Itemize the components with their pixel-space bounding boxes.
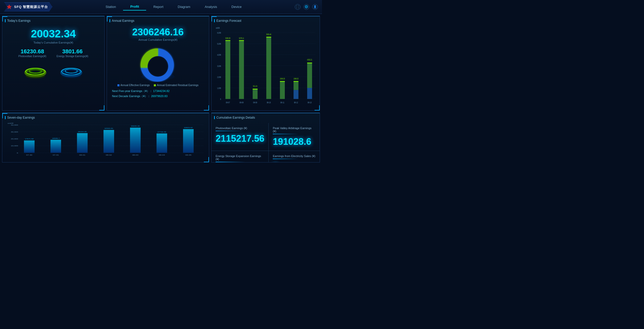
svg-text:08-08: 08-08: [239, 101, 244, 104]
nav-station[interactable]: Station: [98, 3, 123, 10]
svg-text:911.24: 911.24: [253, 85, 257, 87]
legend-effective: Annual Effective Earnings: [117, 84, 150, 87]
svg-text:unit/¥: unit/¥: [216, 27, 220, 29]
seven-day-earnings-panel: Seven-day Earnings unit/¥ 40,000 30,000 …: [2, 113, 209, 162]
nav-device[interactable]: Device: [224, 3, 249, 10]
svg-rect-59: [307, 88, 312, 99]
svg-text:5290.38: 5290.38: [225, 37, 230, 39]
svg-text:08-07: 08-07: [226, 101, 230, 104]
svg-rect-74: [24, 140, 34, 153]
cumulative-grid: Photovoltaic Earnings (¥) 2115217.56 Pea…: [212, 123, 320, 162]
cumulative-header: Cumulative Earnings Details: [212, 113, 320, 123]
svg-rect-80: [77, 133, 87, 153]
svg-text:08-05: 08-05: [185, 154, 192, 156]
svg-text:27730.45: 27730.45: [157, 131, 166, 132]
electricity-sales-label: Earnings from Electricity Sales (¥): [273, 155, 316, 158]
seven-day-title: Seven-day Earnings: [5, 116, 206, 119]
svg-text:08-04: 08-04: [159, 154, 165, 156]
svg-rect-46: [266, 37, 271, 37]
svg-text:2,000: 2,000: [217, 76, 221, 79]
svg-rect-37: [239, 40, 244, 99]
donut-chart: [109, 43, 206, 82]
svg-text:10,000: 10,000: [11, 145, 18, 147]
svg-text:08-12: 08-12: [294, 101, 298, 104]
earnings-forecast-title: Earnings Forecast: [214, 19, 317, 23]
svg-text:0: 0: [220, 98, 221, 101]
forecast-text: Next Five-year Earnings（¥）： 17344234.82 …: [109, 89, 206, 99]
svg-text:0: 0: [17, 152, 18, 154]
storage-earnings-today-label: Energy Storage Earnings(¥): [56, 55, 88, 58]
pv-earnings-today-label: Photovoltaic Earnings(¥): [18, 55, 46, 58]
svg-rect-92: [183, 129, 194, 153]
svg-text:5,000: 5,000: [217, 43, 221, 45]
svg-text:40,000: 40,000: [11, 124, 18, 126]
svg-text:4262.21: 4262.21: [307, 59, 312, 61]
svg-rect-60: [307, 63, 312, 63]
svg-text:28154.95: 28154.95: [78, 131, 87, 132]
svg-text:20,000: 20,000: [11, 138, 18, 140]
peak-valley-value: 191028.6: [273, 136, 316, 147]
svg-rect-50: [280, 81, 285, 82]
logo-area: SFQ 智慧能源云平台: [4, 2, 52, 12]
svg-text:4,000: 4,000: [217, 54, 221, 56]
svg-text:07-30: 07-30: [26, 154, 33, 156]
pv-earnings-today: 16230.68 Photovoltaic Earnings(¥): [18, 48, 46, 58]
svg-marker-0: [7, 5, 12, 9]
svg-text:1598.33: 1598.33: [294, 78, 299, 80]
cumulative-title: Cumulative Earnings Details: [214, 116, 317, 119]
sfq-logo-icon: [6, 4, 12, 10]
svg-text:1598.33: 1598.33: [280, 78, 285, 80]
svg-rect-55: [294, 81, 298, 82]
nav-diagram[interactable]: Diagram: [170, 3, 197, 10]
nav-report[interactable]: Report: [146, 3, 170, 10]
svg-text:32563.81: 32563.81: [104, 128, 113, 129]
svg-rect-42: [253, 89, 258, 89]
svg-rect-83: [104, 130, 114, 153]
rings-row: [24, 62, 83, 80]
nav-profit[interactable]: Profit: [123, 3, 146, 11]
logo-text: SFQ 智慧能源云平台: [14, 5, 48, 9]
svg-text:08-13: 08-13: [308, 101, 312, 104]
legend-residual: Annual Estimated Residual Earnings: [154, 84, 198, 87]
svg-text:08-10: 08-10: [267, 101, 271, 104]
svg-rect-34: [225, 40, 230, 41]
svg-text:08-01: 08-01: [79, 154, 85, 156]
seven-day-chart: unit/¥ 40,000 30,000 20,000 10,000 0 176…: [5, 121, 206, 158]
svg-text:18589.7: 18589.7: [52, 138, 60, 139]
main-content: Today's Earnings 20032.34 Today's Cumula…: [0, 14, 322, 164]
svg-text:6,000: 6,000: [217, 32, 221, 34]
annual-cumulative-value: 2306246.16: [109, 27, 206, 38]
svg-text:1,000: 1,000: [217, 87, 221, 90]
svg-text:30,000: 30,000: [11, 131, 18, 133]
svg-rect-86: [130, 128, 140, 153]
electricity-sales-value: 0: [273, 161, 316, 162]
user-icon[interactable]: 👤: [312, 4, 318, 10]
peak-valley-cell: Peak Valley Arbitrage Earnings (¥) 19102…: [269, 123, 320, 151]
svg-text:35945.35: 35945.35: [131, 126, 140, 127]
svg-text:3,000: 3,000: [217, 65, 221, 67]
svg-rect-45: [266, 37, 271, 99]
svg-rect-53: [294, 81, 298, 90]
todays-cumulative-label: Today's Cumulative Earnings(¥): [34, 41, 73, 44]
forecast-chart: unit/¥ 6,000 5,000 4,000 3,000 2,000 1,0…: [214, 25, 317, 106]
svg-text:08-03: 08-03: [132, 154, 138, 156]
pv-earnings-value: 2115217.56: [216, 133, 264, 144]
annual-legend: Annual Effective Earnings Annual Estimat…: [109, 84, 206, 87]
svg-text:07-31: 07-31: [53, 154, 59, 156]
annual-earnings-title: Annual Earnings: [109, 19, 206, 23]
cumulative-earnings-panel: Cumulative Earnings Details Photovoltaic…: [211, 113, 320, 162]
main-nav: Station Profit Report Diagram Analysis D…: [98, 3, 249, 11]
globe-icon[interactable]: 🌐: [304, 4, 309, 10]
header: SFQ 智慧能源云平台 Station Profit Report Diagra…: [0, 0, 322, 14]
nav-analysis[interactable]: Analysis: [197, 3, 224, 10]
header-right: ⛶ 🌐 👤: [295, 4, 318, 10]
fullscreen-icon[interactable]: ⛶: [295, 4, 300, 10]
svg-rect-49: [280, 81, 285, 99]
todays-earnings-panel: Today's Earnings 20032.34 Today's Cumula…: [2, 16, 105, 111]
pv-earnings-cell: Photovoltaic Earnings (¥) 2115217.56: [212, 123, 269, 151]
svg-text:08-11: 08-11: [280, 101, 285, 104]
svg-rect-58: [307, 63, 312, 88]
pv-earnings-label: Photovoltaic Earnings (¥): [216, 127, 264, 130]
svg-text:5606.46: 5606.46: [266, 33, 271, 35]
svg-text:08-02: 08-02: [106, 154, 112, 156]
